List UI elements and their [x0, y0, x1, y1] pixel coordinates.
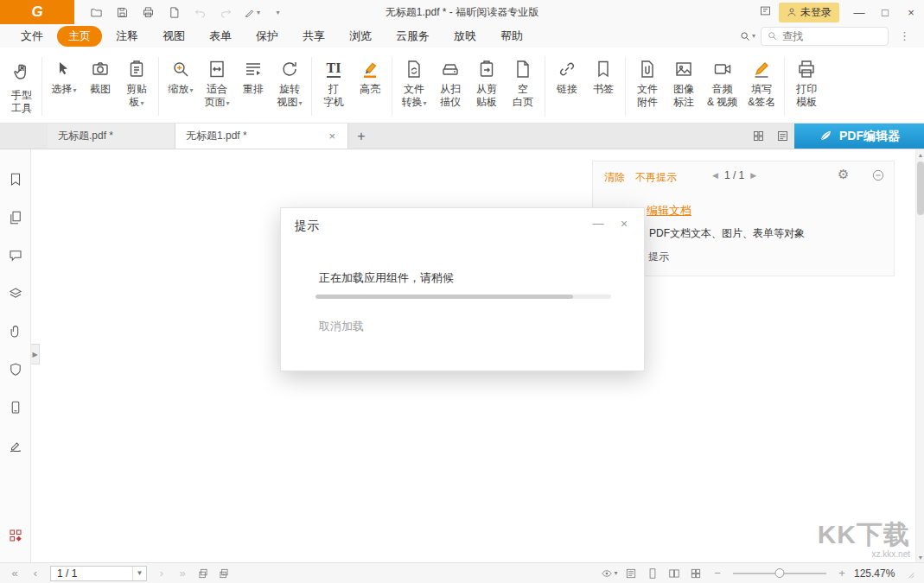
menu-browse[interactable]: 浏览 — [337, 26, 384, 47]
notes-panel-icon[interactable] — [759, 4, 772, 20]
gear-icon[interactable]: ⚙ — [838, 167, 849, 182]
single-page-view-icon[interactable] — [643, 565, 662, 582]
zoom-slider[interactable] — [733, 565, 826, 582]
comments-panel-icon[interactable] — [7, 248, 24, 263]
document-area[interactable]: ▶ 清除 不再提示 ◀ 1 / 1 ▶ ⚙ 编辑文档 PDF文档文本、图片、表单… — [31, 149, 924, 562]
menu-view[interactable]: 视图 — [150, 26, 197, 47]
collapse-tip-icon[interactable] — [871, 168, 885, 185]
menu-cloud[interactable]: 云服务 — [384, 26, 442, 47]
next-view-icon[interactable] — [214, 565, 233, 582]
document-tab-inactive[interactable]: 无标题.pdf * — [48, 124, 175, 149]
maximize-button[interactable]: □ — [872, 0, 898, 24]
ribbon-tool-audio-video[interactable]: 音频 & 视频 — [702, 52, 742, 121]
undo-icon[interactable] — [188, 3, 211, 22]
previous-view-icon[interactable] — [194, 565, 213, 582]
chevron-down-icon: ▾ — [257, 9, 260, 16]
reading-mode-icon[interactable] — [621, 565, 640, 582]
menu-share[interactable]: 共享 — [290, 26, 337, 47]
zoom-out-button[interactable]: − — [708, 565, 727, 582]
scroll-down-icon[interactable]: ▼ — [916, 552, 924, 562]
menu-home[interactable]: 主页 — [57, 26, 102, 47]
open-folder-icon[interactable] — [85, 3, 107, 22]
attachments-panel-icon[interactable] — [7, 324, 24, 339]
page-number-combo[interactable]: 1 / 1 ▼ — [50, 566, 147, 581]
minimize-button[interactable]: — — [846, 0, 872, 24]
next-tip-icon[interactable]: ▶ — [750, 171, 756, 180]
ribbon-tool-convert[interactable]: 文件 转换▾ — [396, 52, 432, 121]
customize-toolbar-icon[interactable]: ▾ — [266, 3, 289, 22]
ribbon-tool-image-annotation[interactable]: 图像 标注 — [666, 52, 702, 121]
redo-icon[interactable] — [214, 3, 237, 22]
resize-grip-icon[interactable] — [900, 565, 919, 582]
ribbon-tool-rotate-view[interactable]: 旋转 视图▾ — [271, 52, 308, 121]
ribbon-tool-highlight[interactable]: 高亮 — [352, 52, 388, 121]
view-mode-eye-icon[interactable]: ▾ — [600, 565, 619, 582]
document-tab-active[interactable]: 无标题1.pdf * × — [175, 124, 348, 149]
ribbon-tool-reflow[interactable]: 重排 — [235, 52, 271, 121]
ribbon-tool-from-scanner[interactable]: 从扫 描仪 — [432, 52, 468, 121]
dialog-close-icon[interactable]: × — [616, 217, 632, 231]
ribbon-tool-print-template[interactable]: 打印 模板 — [788, 52, 825, 121]
menu-help[interactable]: 帮助 — [488, 26, 535, 47]
tab-list-icon[interactable] — [770, 124, 794, 149]
ribbon-tool-select[interactable]: 选择▾ — [46, 52, 82, 121]
ribbon-tool-fit-page[interactable]: 适合 页面▾ — [199, 52, 235, 121]
vertical-scrollbar[interactable]: ▲ ▼ — [915, 149, 924, 562]
ribbon-tool-blank-page[interactable]: 空 白页 — [505, 52, 541, 121]
pdf-editor-button[interactable]: PDF编辑器 — [794, 124, 924, 149]
print-icon[interactable] — [137, 3, 159, 22]
previous-tip-icon[interactable]: ◀ — [712, 171, 718, 180]
security-panel-icon[interactable] — [7, 362, 24, 377]
previous-page-icon[interactable]: ‹ — [26, 565, 45, 582]
ribbon-tool-file-attachment[interactable]: 文件 附件 — [629, 52, 666, 121]
signature-panel-icon[interactable] — [7, 438, 24, 453]
ribbon-tool-fill-sign[interactable]: 填写 &签名 — [742, 52, 781, 121]
ribbon-tool-zoom[interactable]: 缩放▾ — [162, 52, 199, 121]
ribbon-tool-typewriter[interactable]: TI 打 字机 — [315, 52, 352, 121]
foxit-logo[interactable]: G — [0, 0, 74, 24]
tip-dont-show-link[interactable]: 不再提示 — [635, 170, 677, 185]
new-tab-button[interactable]: + — [348, 124, 374, 149]
menu-form[interactable]: 表单 — [197, 26, 244, 47]
first-page-icon[interactable]: « — [5, 565, 24, 582]
grid-view-icon[interactable] — [686, 565, 705, 582]
panel-expand-handle[interactable]: ▶ — [31, 344, 40, 364]
zoom-slider-thumb[interactable] — [775, 568, 785, 578]
ribbon-tool-hand[interactable]: 手型 工具 — [5, 52, 38, 121]
scrollbar-thumb[interactable] — [917, 162, 924, 215]
tip-clear-link[interactable]: 清除 — [604, 170, 625, 185]
menu-file[interactable]: 文件 — [9, 26, 55, 47]
mobile-panel-icon[interactable] — [7, 400, 24, 415]
bookmarks-panel-icon[interactable] — [7, 172, 24, 187]
tip-title-link[interactable]: 编辑文档 — [647, 203, 691, 219]
close-button[interactable]: × — [898, 0, 924, 24]
ribbon-tool-bookmark[interactable]: 书签 — [585, 52, 621, 121]
destinations-panel-icon[interactable] — [7, 528, 24, 543]
tab-close-icon[interactable]: × — [327, 130, 337, 143]
document-icon[interactable] — [162, 3, 185, 22]
next-page-icon[interactable]: › — [152, 565, 171, 582]
layers-panel-icon[interactable] — [7, 286, 24, 301]
zoom-in-button[interactable]: + — [832, 565, 851, 582]
ribbon-tool-link[interactable]: 链接 — [549, 52, 585, 121]
quick-tools-icon[interactable]: ▾ — [240, 3, 263, 22]
chevron-down-icon[interactable]: ▼ — [132, 567, 146, 580]
login-button[interactable]: 未登录 — [779, 3, 839, 22]
ribbon-tool-snapshot[interactable]: 截图 — [82, 52, 118, 121]
dialog-minimize-icon[interactable]: — — [590, 217, 606, 230]
last-page-icon[interactable]: » — [173, 565, 192, 582]
scroll-up-icon[interactable]: ▲ — [916, 149, 924, 160]
zoom-select-icon[interactable]: ▾ — [739, 30, 755, 42]
cancel-loading-link[interactable]: 取消加载 — [319, 319, 364, 334]
ribbon-tool-from-clipboard[interactable]: 从剪 贴板 — [468, 52, 505, 121]
menu-slideshow[interactable]: 放映 — [442, 26, 488, 47]
tab-grid-icon[interactable] — [746, 124, 770, 149]
search-input[interactable] — [761, 27, 889, 46]
ribbon-tool-clipboard[interactable]: 剪贴 板▾ — [118, 52, 155, 121]
pages-panel-icon[interactable] — [7, 210, 24, 225]
more-options-icon[interactable]: ⋮ — [894, 29, 915, 42]
menu-comment[interactable]: 注释 — [104, 26, 150, 47]
save-icon[interactable] — [111, 3, 133, 22]
menu-protect[interactable]: 保护 — [244, 26, 290, 47]
facing-page-view-icon[interactable] — [665, 565, 684, 582]
